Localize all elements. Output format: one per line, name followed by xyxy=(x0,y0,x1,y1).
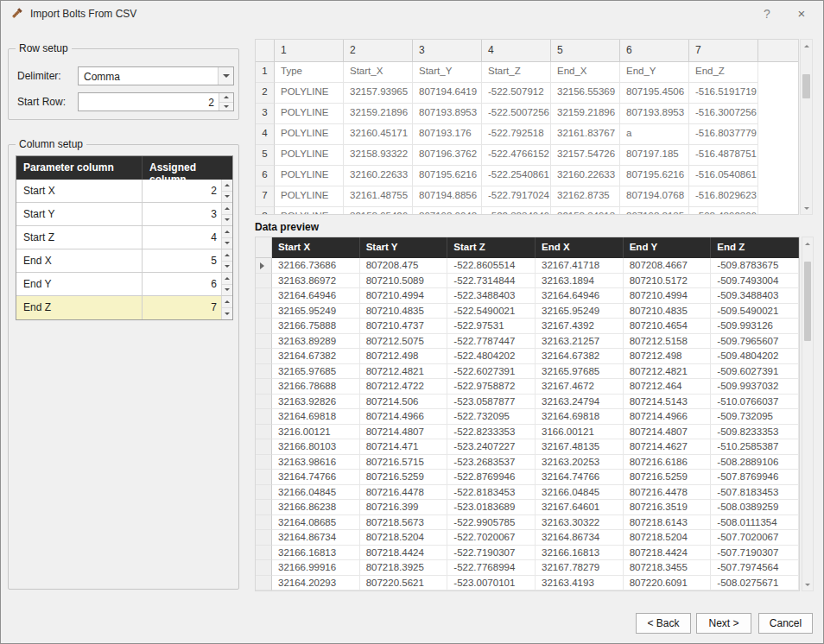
preview-cell[interactable]: 32164.64946 xyxy=(536,288,624,304)
assigned-column-cell[interactable]: 2 xyxy=(143,180,232,202)
grid-cell[interactable]: 32158.93322 xyxy=(344,145,413,166)
preview-cell[interactable]: 807208.475 xyxy=(360,258,448,274)
grid-cell[interactable]: POLYLINE xyxy=(275,207,344,215)
preview-cell[interactable]: 807214.506 xyxy=(360,395,448,410)
preview-cell[interactable]: -509.5490021 xyxy=(711,304,799,319)
preview-row[interactable]: 32166.16813807218.4424-522.719030732166.… xyxy=(256,546,799,561)
grid-row-header[interactable]: 7 xyxy=(256,186,275,207)
dropdown-button[interactable] xyxy=(218,67,233,85)
preview-cell[interactable]: 807212.498 xyxy=(624,349,712,364)
scroll-up-button[interactable] xyxy=(801,40,812,52)
assigned-column-cell[interactable]: 6 xyxy=(143,273,232,295)
grid-cell[interactable]: 32161.83767 xyxy=(551,124,620,145)
grid-cell[interactable]: POLYLINE xyxy=(275,166,344,186)
grid-row-header[interactable]: 5 xyxy=(256,145,275,166)
scroll-down-button[interactable] xyxy=(802,578,813,590)
preview-row[interactable]: 32164.08685807218.5673-522.990578532163.… xyxy=(256,515,799,531)
start-row-input[interactable]: 2 xyxy=(78,92,234,111)
preview-cell[interactable]: -507.7974564 xyxy=(711,560,799,576)
grid-row-header[interactable]: 3 xyxy=(256,104,275,124)
grid-cell[interactable]: 32161.48755 xyxy=(344,186,413,207)
preview-cell[interactable]: 807218.4424 xyxy=(624,546,712,561)
grid-column-header[interactable]: 1 xyxy=(275,40,344,61)
grid-row[interactable]: 5POLYLINE32158.93322807196.3762-522.4766… xyxy=(256,145,798,166)
preview-cell[interactable]: -522.8233353 xyxy=(447,425,536,440)
preview-cell[interactable]: 807214.4807 xyxy=(624,425,712,440)
preview-row[interactable]: 32166.80103807214.471-523.240722732167.4… xyxy=(256,439,799,455)
preview-cell[interactable]: -509.9937032 xyxy=(711,379,799,395)
preview-row[interactable]: 32163.92826807214.506-523.058787732163.2… xyxy=(256,395,799,410)
preview-cell[interactable]: 32166.16813 xyxy=(272,546,360,561)
preview-cell[interactable]: 807214.4627 xyxy=(624,439,712,455)
preview-cell[interactable]: 32163.21257 xyxy=(536,334,624,350)
preview-cell[interactable]: 32167.41718 xyxy=(536,258,624,274)
grid-cell[interactable]: 807195.4506 xyxy=(620,83,689,104)
grid-cell[interactable]: -516.3007256 xyxy=(689,104,758,124)
grid-cell[interactable]: 807193.176 xyxy=(413,124,482,145)
preview-cell[interactable]: -507.8769946 xyxy=(711,470,799,485)
assigned-column-cell[interactable]: 4 xyxy=(143,226,232,249)
preview-cell[interactable]: -509.4804202 xyxy=(711,349,799,364)
preview-cell[interactable]: 32163.20253 xyxy=(536,455,624,470)
grid-column-header[interactable]: 3 xyxy=(413,40,482,61)
grid-cell[interactable]: 807196.3762 xyxy=(413,145,482,166)
grid-row[interactable]: 1TypeStart_XStart_YStart_ZEnd_XEnd_YEnd_… xyxy=(256,62,798,83)
preview-cell[interactable]: 807210.4994 xyxy=(624,288,712,304)
preview-row[interactable]: 32164.69818807214.4966-522.73209532164.6… xyxy=(256,409,799,425)
preview-cell[interactable]: 32164.74766 xyxy=(272,470,360,485)
preview-cell[interactable]: 32164.86734 xyxy=(272,530,360,546)
spin-up-button[interactable] xyxy=(222,226,232,237)
grid-cell[interactable]: -516.4878751 xyxy=(689,145,758,166)
grid-cell[interactable]: -522.507912 xyxy=(482,83,551,104)
grid-cell[interactable]: Start_X xyxy=(344,62,413,83)
preview-cell[interactable]: 807208.4667 xyxy=(624,258,712,274)
grid-column-header[interactable]: 2 xyxy=(344,40,413,61)
preview-cell[interactable]: 807216.5715 xyxy=(360,455,448,470)
preview-row[interactable]: 32166.75888807210.4737-522.9753132167.43… xyxy=(256,319,799,334)
preview-cell[interactable]: -522.4804202 xyxy=(447,349,536,364)
preview-cell[interactable]: 807218.5204 xyxy=(360,530,448,546)
preview-cell[interactable]: 807218.3925 xyxy=(360,560,448,576)
spin-down-button[interactable] xyxy=(222,191,232,203)
spin-up-button[interactable] xyxy=(219,93,233,102)
grid-row[interactable]: 3POLYLINE32159.21896807193.8953-522.5007… xyxy=(256,104,798,124)
preview-cell[interactable]: -522.5490021 xyxy=(447,304,536,319)
grid-cell[interactable]: End_Y xyxy=(620,62,689,83)
preview-column-header[interactable]: Start Z xyxy=(447,237,536,258)
preview-cell[interactable]: 807214.4966 xyxy=(624,409,712,425)
preview-cell[interactable]: 32166.86238 xyxy=(272,500,360,515)
assigned-column-cell[interactable]: 3 xyxy=(143,203,232,225)
preview-row[interactable]: 32163.86972807210.5089-522.731484432163.… xyxy=(256,274,799,289)
preview-cell[interactable]: 32166.16813 xyxy=(536,546,624,561)
grid-cell[interactable]: POLYLINE xyxy=(275,104,344,124)
grid-cell[interactable]: 32160.22633 xyxy=(344,166,413,186)
preview-cell[interactable]: 807210.4737 xyxy=(360,319,448,334)
grid-cell[interactable]: 807198.0048 xyxy=(413,207,482,215)
preview-cell[interactable]: -508.2889106 xyxy=(711,455,799,470)
preview-cell[interactable]: 807214.4807 xyxy=(360,425,448,440)
preview-row[interactable]: 32165.95249807210.4835-522.549002132165.… xyxy=(256,304,799,319)
spin-up-button[interactable] xyxy=(222,249,232,261)
grid-cell[interactable]: 807195.6216 xyxy=(413,166,482,186)
preview-row[interactable]: 3216.00121807214.4807-522.82333533166.00… xyxy=(256,425,799,440)
column-setup-row[interactable]: End Z7 xyxy=(16,296,232,319)
preview-cell[interactable]: -509.732095 xyxy=(711,409,799,425)
preview-cell[interactable]: 32164.86734 xyxy=(536,530,624,546)
preview-cell[interactable]: 32166.99916 xyxy=(272,560,360,576)
preview-column-header[interactable]: Start Y xyxy=(360,237,448,258)
preview-cell[interactable]: 807216.4478 xyxy=(624,485,712,501)
grid-cell[interactable]: -522.3834046 xyxy=(482,207,551,215)
preview-column-header[interactable]: End X xyxy=(536,237,624,258)
grid-cell[interactable]: End_Z xyxy=(689,62,758,83)
cancel-button[interactable]: Cancel xyxy=(758,613,813,634)
preview-cell[interactable]: -522.7190307 xyxy=(447,546,536,561)
preview-cell[interactable]: 32167.4392 xyxy=(536,319,624,334)
preview-cell[interactable]: 807212.464 xyxy=(624,379,712,395)
preview-cell[interactable]: 32163.4193 xyxy=(536,576,624,591)
grid-cell[interactable]: 807194.0768 xyxy=(620,186,689,207)
delimiter-combobox[interactable]: Comma xyxy=(78,66,234,85)
preview-row[interactable]: 32165.97685807212.4821-522.602739132165.… xyxy=(256,364,799,380)
preview-cell[interactable]: 807210.4835 xyxy=(360,304,448,319)
preview-cell[interactable]: -510.0766037 xyxy=(711,395,799,410)
spin-up-button[interactable] xyxy=(222,273,232,284)
